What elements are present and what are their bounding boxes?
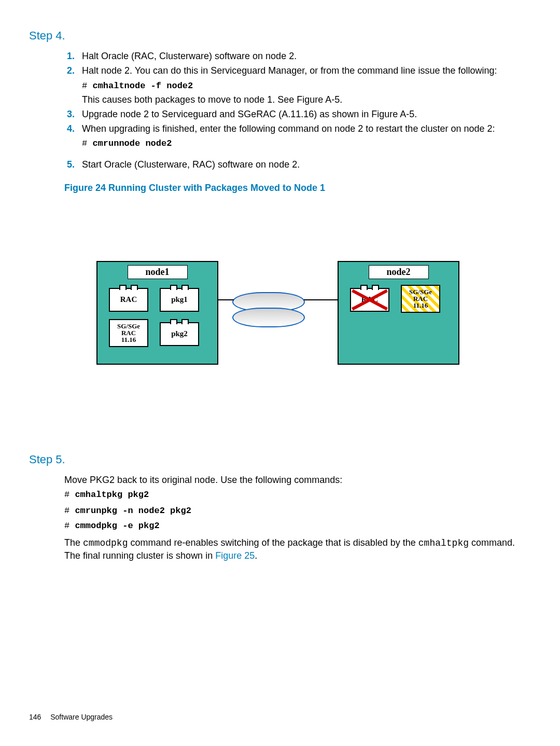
step5-body: Move PKG2 back to its original node. Use… (64, 474, 527, 562)
command-line: # cmrunnode node2 (82, 138, 527, 150)
node1-label: node1 (127, 265, 187, 279)
node1-pkg2-icon: pkg2 (160, 322, 199, 346)
node1-pkg1-icon: pkg1 (160, 288, 199, 312)
text: . (255, 550, 257, 561)
list-body: Upgrade node 2 to Serviceguard and SGeRA… (82, 108, 527, 120)
cross-out-icon (350, 288, 389, 312)
list-number: 5. (64, 159, 82, 170)
command: cmmodpkg -e pkg2 (75, 521, 159, 531)
list-item: 3. Upgrade node 2 to Serviceguard and SG… (64, 108, 527, 120)
node2-sgrac-icon: SG/SGe RAC 11.16 (401, 285, 440, 313)
command: cmrunnode node2 (92, 139, 172, 148)
command-line: # cmrunpkg -n node2 pkg2 (64, 505, 527, 517)
text: The (64, 537, 83, 548)
list-item: 1. Halt Oracle (RAC, Clusterware) softwa… (64, 50, 527, 62)
command: cmhaltnode -f node2 (92, 81, 193, 91)
step5-heading: Step 5. (29, 453, 527, 466)
prompt: # (82, 139, 92, 148)
node1-box: node1 RAC pkg1 SG/SGe RAC 11.16 pkg2 (96, 261, 218, 365)
list-body: When upgrading is finished, enter the fo… (82, 122, 527, 151)
list-text: Halt node 2. You can do this in Serviceg… (82, 65, 497, 76)
figure-caption: Figure 24 Running Cluster with Packages … (64, 183, 527, 194)
prompt: # (64, 506, 75, 516)
prompt: # (64, 490, 75, 500)
text: command re-enables switching of the pack… (128, 537, 418, 548)
footer-section: Software Upgrades (50, 713, 113, 721)
command: cmhaltpkg pkg2 (75, 490, 149, 500)
list-item: 2. Halt node 2. You can do this in Servi… (64, 64, 527, 106)
prompt: # (64, 521, 75, 531)
page-footer: 146 Software Upgrades (29, 713, 113, 721)
node1-rac-icon: RAC (109, 288, 148, 312)
inline-code: cmmodpkg (83, 538, 128, 548)
shared-disks-icon (232, 292, 310, 323)
list-text: When upgrading is finished, enter the fo… (82, 123, 495, 134)
list-item: 4. When upgrading is finished, enter the… (64, 122, 527, 151)
step4-heading: Step 4. (29, 29, 527, 43)
figure-link[interactable]: Figure 25 (215, 550, 255, 561)
list-number: 3. (64, 109, 82, 120)
node2-label: node2 (368, 265, 428, 279)
disk-icon (232, 308, 305, 327)
list-after-text: This causes both packages to move to nod… (82, 93, 527, 106)
link-line (304, 299, 338, 300)
command-line: # cmhaltnode -f node2 (82, 80, 527, 92)
link-line (218, 299, 234, 300)
list-item: 5. Start Oracle (Clusterware, RAC) softw… (64, 158, 527, 171)
step4-list: 1. Halt Oracle (RAC, Clusterware) softwa… (64, 50, 527, 171)
cluster-diagram: node1 RAC pkg1 SG/SGe RAC 11.16 pkg2 nod… (96, 245, 459, 391)
inline-code: cmhaltpkg (418, 538, 469, 548)
list-body: Start Oracle (Clusterware, RAC) software… (82, 158, 527, 171)
step5-intro: Move PKG2 back to its original node. Use… (64, 474, 527, 486)
list-number: 1. (64, 51, 82, 62)
list-number: 2. (64, 65, 82, 76)
prompt: # (82, 81, 92, 91)
node2-box: node2 RAC SG/SGe RAC 11.16 (338, 261, 459, 365)
command-line: # cmhaltpkg pkg2 (64, 489, 527, 501)
list-body: Halt Oracle (RAC, Clusterware) software … (82, 50, 527, 62)
command-line: # cmmodpkg -e pkg2 (64, 520, 527, 532)
list-body: Halt node 2. You can do this in Serviceg… (82, 64, 527, 106)
list-number: 4. (64, 123, 82, 134)
page-number: 146 (29, 713, 41, 721)
command: cmrunpkg -n node2 pkg2 (75, 506, 191, 516)
step5-outro: The cmmodpkg command re-enables switchin… (64, 536, 527, 562)
node1-sgrac-icon: SG/SGe RAC 11.16 (109, 319, 148, 347)
